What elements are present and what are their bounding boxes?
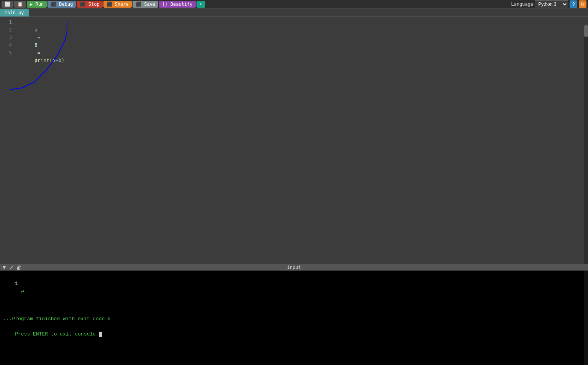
console-scrollbar[interactable] <box>584 271 588 365</box>
code-line-5: print(a+b) <box>16 49 585 57</box>
file-button[interactable]: 📋 <box>14 1 26 8</box>
settings-icon: ⚙ <box>581 2 585 7</box>
code-line-3: b = 4 <box>16 34 585 41</box>
editor-scrollbar[interactable] <box>584 25 588 264</box>
beautify-button[interactable]: {} Beautify <box>159 1 195 8</box>
line-number: 1 <box>3 18 12 26</box>
line-number: 5 <box>3 49 12 57</box>
save-label: ⬛ Save <box>136 2 155 7</box>
input-label: input <box>287 265 301 270</box>
share-label: ⬛ Share <box>106 2 129 7</box>
code-editor[interactable]: a = 5 b = 4 print(a+b) <box>13 17 588 264</box>
console-output-3: ...Program finished with exit code 0 <box>3 315 585 323</box>
stop-label: ⬛ Stop <box>80 2 99 7</box>
tabs: main.py <box>0 8 588 17</box>
toolbar: ⬜ 📋 ▶ Run ⬛ Debug ⬛ Stop ⬛ Share ⬛ Save … <box>0 0 588 8</box>
input-bar: ▼ ⤢ 🗑 input <box>0 264 588 271</box>
beautify-label: {} Beautify <box>162 2 192 7</box>
console-minimize-button[interactable]: ▼ <box>2 264 7 270</box>
download-icon: ⬇ <box>200 2 202 7</box>
save-button[interactable]: ⬛ Save <box>133 1 158 8</box>
file-icon: 📋 <box>17 2 23 7</box>
debug-label: ⬛ Debug <box>51 2 73 7</box>
code-line-2 <box>16 26 585 34</box>
toolbar-right: Language Python 3 Python 2 JavaScript C+… <box>511 0 586 8</box>
console-line-indicator: 1 ↵ <box>3 272 585 303</box>
console-output-2 <box>3 309 585 315</box>
console-expand-button[interactable]: ⤢ <box>9 264 14 270</box>
code-line-4 <box>16 41 585 49</box>
console-area[interactable]: 1 ↵ ...Program finished with exit code 0… <box>0 271 588 365</box>
settings-button[interactable]: ⚙ <box>579 0 586 8</box>
stop-button[interactable]: ⬛ Stop <box>77 1 102 8</box>
line-number: 3 <box>3 34 12 41</box>
download-button[interactable]: ⬇ <box>197 1 205 8</box>
language-label: Language <box>511 2 533 7</box>
console-output-1 <box>3 303 585 309</box>
editor-area: 1 2 3 4 5 a = 5 b = 4 print(a+b) <box>0 17 588 264</box>
info-icon: ? <box>572 2 575 7</box>
line-number: 4 <box>3 41 12 49</box>
new-icon: ⬜ <box>5 2 10 7</box>
share-button[interactable]: ⬛ Share <box>103 1 132 8</box>
run-label: ▶ Run <box>30 2 44 7</box>
tab-main-py[interactable]: main.py <box>0 9 29 16</box>
language-select[interactable]: Python 3 Python 2 JavaScript C++ Java <box>535 0 568 8</box>
line-numbers: 1 2 3 4 5 <box>0 17 13 264</box>
console-cursor <box>99 332 102 337</box>
console-controls: ▼ ⤢ 🗑 <box>2 264 21 270</box>
code-line-1: a = 5 <box>16 18 585 26</box>
info-button[interactable]: ? <box>570 0 577 8</box>
debug-button[interactable]: ⬛ Debug <box>47 1 76 8</box>
console-clear-button[interactable]: 🗑 <box>16 264 21 270</box>
new-button[interactable]: ⬜ <box>2 1 13 8</box>
scrollbar-thumb[interactable] <box>584 25 588 37</box>
line-number: 2 <box>3 26 12 34</box>
console-output-4: Press ENTER to exit console. <box>3 323 585 346</box>
run-button[interactable]: ▶ Run <box>27 1 47 8</box>
